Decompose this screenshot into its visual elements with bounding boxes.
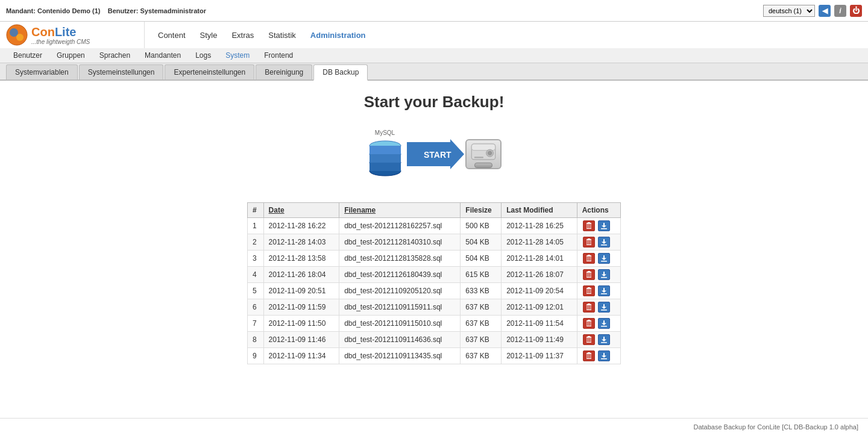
svg-rect-28 <box>588 238 590 240</box>
cell-filename: dbd_test-20121128135828.sql <box>339 251 461 267</box>
delete-button[interactable] <box>583 334 595 345</box>
tab-bereinigung[interactable]: Bereinigung <box>256 64 312 79</box>
cell-num: 6 <box>248 299 264 316</box>
download-button[interactable] <box>598 237 610 248</box>
subnav-frontend[interactable]: Frontend <box>257 48 300 63</box>
svg-rect-76 <box>601 310 607 311</box>
logo-tagline: ...the lightweigth CMS <box>31 39 90 45</box>
cell-num: 7 <box>248 316 264 332</box>
col-filename[interactable]: Filename <box>339 203 461 218</box>
mandant-label: Mandant: <box>6 7 36 14</box>
table-row: 8 2012-11-09 11:46 dbd_test-201211091146… <box>248 332 621 348</box>
cell-date: 2012-11-09 20:51 <box>263 283 339 299</box>
cell-filename: dbd_test-20121128162257.sql <box>339 218 461 234</box>
nav-content[interactable]: Content <box>151 26 193 45</box>
svg-rect-88 <box>588 336 590 337</box>
delete-button[interactable] <box>583 302 595 313</box>
logo-con: Con <box>31 25 55 39</box>
svg-rect-21 <box>588 225 589 229</box>
svg-rect-6 <box>370 154 401 163</box>
cell-filesize: 633 KB <box>461 283 502 299</box>
cell-num: 4 <box>248 267 264 283</box>
arrow-svg: START <box>407 139 464 169</box>
cell-filesize: 504 KB <box>461 251 502 267</box>
svg-point-15 <box>488 151 491 155</box>
subnav-system[interactable]: System <box>218 48 257 63</box>
svg-rect-40 <box>587 257 587 261</box>
download-button[interactable] <box>598 253 610 264</box>
svg-rect-89 <box>586 338 591 338</box>
subnav-mandanten[interactable]: Mandanten <box>137 48 188 63</box>
svg-rect-51 <box>588 273 589 278</box>
cell-actions <box>577 299 620 316</box>
col-date[interactable]: Date <box>263 203 339 218</box>
svg-rect-82 <box>590 322 591 326</box>
benutzer-value: Systemadministrator <box>140 7 206 14</box>
download-button[interactable] <box>598 334 610 345</box>
download-button[interactable] <box>598 350 610 361</box>
svg-marker-95 <box>602 340 606 342</box>
main-nav: Content Style Extras Statistik Administr… <box>145 26 868 45</box>
delete-button[interactable] <box>583 269 595 280</box>
back-icon[interactable]: ◀ <box>819 5 831 17</box>
table-row: 5 2012-11-09 20:51 dbd_test-201211092051… <box>248 283 621 299</box>
download-button[interactable] <box>598 285 610 296</box>
tab-systemeinstellungen[interactable]: Systemeinstellungen <box>79 64 164 79</box>
nav-extras[interactable]: Extras <box>224 26 261 45</box>
tab-systemvariablen[interactable]: Systemvariablen <box>6 64 78 79</box>
delete-button[interactable] <box>583 285 595 296</box>
cell-filesize: 615 KB <box>461 267 502 283</box>
backup-start-button[interactable]: MySQL <box>367 129 502 178</box>
language-select[interactable]: deutsch (1) <box>763 5 815 17</box>
cell-actions <box>577 332 620 348</box>
download-button[interactable] <box>598 220 610 231</box>
svg-rect-50 <box>587 273 587 278</box>
start-arrow[interactable]: START <box>407 139 464 169</box>
hdd-svg <box>465 140 502 163</box>
backup-button-area[interactable]: MySQL <box>24 129 844 178</box>
delete-button[interactable] <box>583 253 595 264</box>
delete-button[interactable] <box>583 350 595 361</box>
tabs-bar: Systemvariablen Systemeinstellungen Expe… <box>0 63 868 81</box>
svg-rect-106 <box>601 358 607 360</box>
logo-text-area: ConLite ...the lightweigth CMS <box>31 25 90 45</box>
svg-rect-13 <box>471 144 495 151</box>
subnav-logs[interactable]: Logs <box>188 48 218 63</box>
cell-filesize: 637 KB <box>461 332 502 348</box>
tab-db-backup[interactable]: DB Backup <box>313 64 368 81</box>
logo-name: ConLite <box>31 25 90 39</box>
svg-rect-52 <box>590 273 591 278</box>
benutzer-label: Benutzer: <box>108 7 139 14</box>
svg-marker-55 <box>602 275 606 277</box>
nav-style[interactable]: Style <box>193 26 225 45</box>
download-button[interactable] <box>598 269 610 280</box>
cell-filename: dbd_test-20121109115911.sql <box>339 299 461 316</box>
nav-administration[interactable]: Administration <box>303 26 373 45</box>
svg-rect-99 <box>586 354 591 355</box>
sub-nav: Benutzer Gruppen Sprachen Mandanten Logs… <box>0 48 868 63</box>
svg-rect-69 <box>586 305 591 306</box>
delete-button[interactable] <box>583 318 595 329</box>
subnav-sprachen[interactable]: Sprachen <box>92 48 137 63</box>
cell-actions <box>577 316 620 332</box>
cell-filename: dbd_test-20121109114636.sql <box>339 332 461 348</box>
logo-icon <box>6 24 28 46</box>
info-icon[interactable]: i <box>834 5 846 17</box>
download-button[interactable] <box>598 318 610 329</box>
nav-statistik[interactable]: Statistik <box>261 26 303 45</box>
svg-rect-61 <box>588 290 589 294</box>
power-icon[interactable]: ⏻ <box>850 5 862 17</box>
download-button[interactable] <box>598 302 610 313</box>
subnav-benutzer[interactable]: Benutzer <box>6 48 49 63</box>
top-bar-info: Mandant: Contenido Demo (1) Benutzer: Sy… <box>6 7 206 14</box>
cell-date: 2012-11-09 11:59 <box>263 299 339 316</box>
svg-rect-9 <box>370 146 401 154</box>
table-row: 3 2012-11-28 13:58 dbd_test-201211281358… <box>248 251 621 267</box>
tab-experteneinstellungen[interactable]: Experteneinstellungen <box>165 64 254 79</box>
table-row: 4 2012-11-26 18:04 dbd_test-201211261804… <box>248 267 621 283</box>
svg-rect-32 <box>590 241 591 245</box>
svg-text:START: START <box>424 150 451 160</box>
subnav-gruppen[interactable]: Gruppen <box>49 48 92 63</box>
delete-button[interactable] <box>583 237 595 248</box>
delete-button[interactable] <box>583 220 595 231</box>
